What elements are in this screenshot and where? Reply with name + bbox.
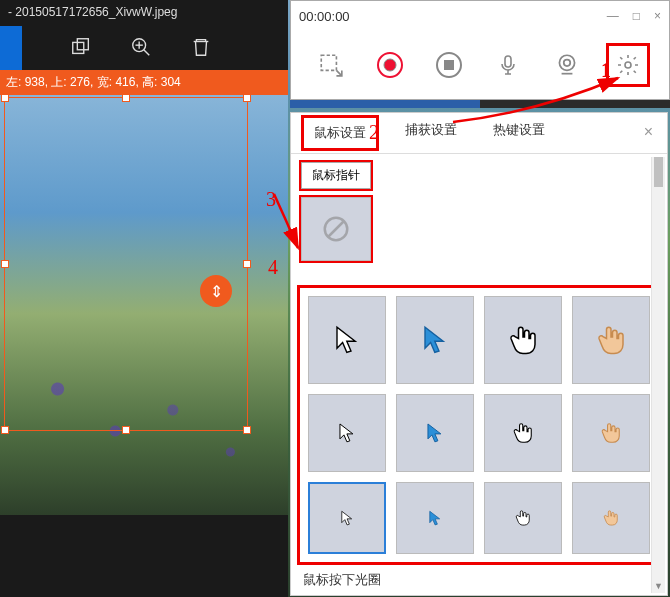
settings-tab-1[interactable]: 捕获设置	[395, 115, 467, 151]
cursor-grid	[297, 285, 661, 565]
selection-rectangle[interactable]	[4, 97, 248, 431]
trash-icon[interactable]	[190, 36, 212, 61]
settings-scrollbar[interactable]: ▲▼	[651, 157, 665, 593]
svg-rect-0	[73, 42, 84, 53]
cursor-arrow-blue-lg[interactable]	[396, 296, 474, 384]
svg-point-13	[563, 60, 570, 67]
mouse-click-ring-label: 鼠标按下光圈	[303, 571, 381, 589]
editor-toolbar	[0, 26, 288, 70]
cursor-hand-skin-md[interactable]	[572, 394, 650, 472]
svg-point-12	[559, 55, 574, 70]
minimize-button[interactable]: —	[607, 9, 619, 23]
svg-line-16	[329, 222, 344, 237]
cursor-hand-white-md[interactable]	[484, 394, 562, 472]
settings-panel: 鼠标设置捕获设置热键设置 × 鼠标指针 鼠标按下光圈 ▲▼ 2	[290, 112, 668, 596]
cursor-none-option[interactable]	[301, 197, 371, 261]
svg-rect-10	[445, 61, 453, 69]
annotation-2: 2	[369, 121, 379, 144]
svg-rect-1	[77, 38, 88, 49]
cursor-hand-skin-sm[interactable]	[572, 482, 650, 554]
annotation-3: 3	[266, 188, 276, 211]
cursor-arrow-blue-sm[interactable]	[396, 482, 474, 554]
svg-line-3	[144, 49, 150, 55]
record-button[interactable]	[370, 45, 410, 85]
webcam-button[interactable]	[547, 45, 587, 85]
image-canvas[interactable]: ⇕	[0, 95, 288, 515]
settings-button[interactable]	[606, 43, 650, 87]
settings-close-button[interactable]: ×	[644, 123, 653, 141]
annotation-1: 1	[601, 59, 611, 82]
stop-button[interactable]	[429, 45, 469, 85]
layers-icon[interactable]	[70, 36, 92, 61]
settings-tabs: 鼠标设置捕获设置热键设置 ×	[291, 113, 667, 153]
subtab-mouse-pointer[interactable]: 鼠标指针	[301, 162, 371, 189]
close-button[interactable]: ×	[654, 9, 661, 23]
svg-rect-11	[505, 56, 511, 67]
svg-point-8	[384, 59, 396, 71]
annotation-4: 4	[268, 256, 278, 279]
image-editor-panel: - 20150517172656_XivwW.jpeg 左: 938, 上: 2…	[0, 0, 288, 597]
region-select-button[interactable]	[311, 45, 351, 85]
microphone-button[interactable]	[488, 45, 528, 85]
svg-rect-6	[321, 55, 336, 70]
settings-tab-2[interactable]: 热键设置	[483, 115, 555, 151]
maximize-button[interactable]: □	[633, 9, 640, 23]
recorder-window: 00:00:00 — □ ×	[290, 0, 670, 100]
cursor-arrow-white-sm[interactable]	[308, 482, 386, 554]
cursor-arrow-white-lg[interactable]	[308, 296, 386, 384]
settings-tab-0[interactable]: 鼠标设置	[301, 115, 379, 151]
timer-label: 00:00:00	[299, 9, 350, 24]
cursor-hand-white-sm[interactable]	[484, 482, 562, 554]
cursor-hand-skin-lg[interactable]	[572, 296, 650, 384]
cursor-hand-white-lg[interactable]	[484, 296, 562, 384]
editor-active-tool[interactable]	[0, 26, 22, 70]
cursor-arrow-blue-md[interactable]	[396, 394, 474, 472]
crop-dimensions-label: 左: 938, 上: 276, 宽: 416, 高: 304	[0, 70, 288, 95]
cursor-arrow-white-md[interactable]	[308, 394, 386, 472]
resize-handle-badge[interactable]: ⇕	[200, 275, 232, 307]
svg-point-14	[625, 62, 631, 68]
zoom-in-icon[interactable]	[130, 36, 152, 61]
editor-filename: - 20150517172656_XivwW.jpeg	[0, 0, 288, 26]
